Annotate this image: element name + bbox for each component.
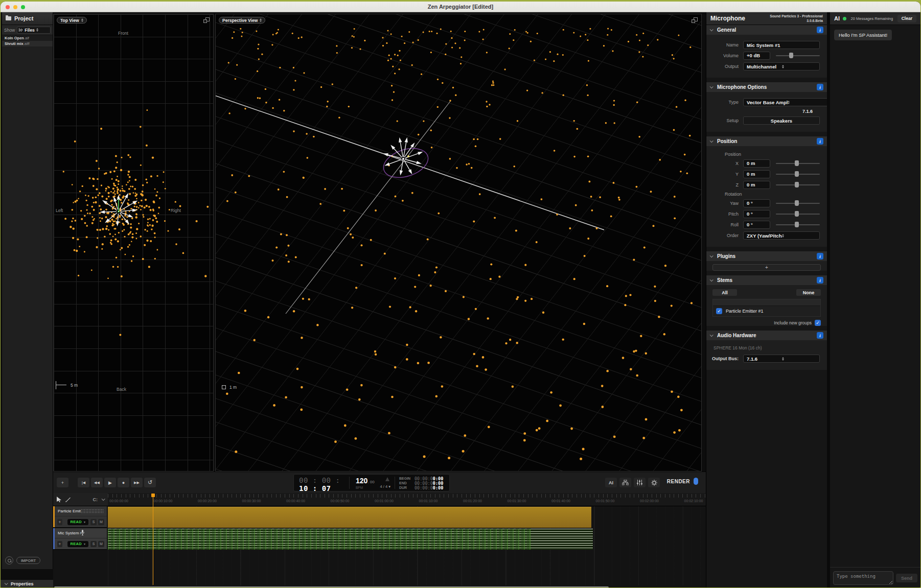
solo-button[interactable]: S [90, 519, 97, 525]
draw-tool-icon[interactable] [65, 495, 71, 504]
checkbox-checked-icon[interactable]: ✓ [716, 308, 722, 314]
gear-icon[interactable] [648, 478, 660, 487]
expand-view-icon[interactable] [692, 17, 698, 23]
section-title: Plugins [717, 253, 812, 259]
volume-slider[interactable] [776, 55, 820, 56]
volume-field[interactable]: +0 dB [743, 52, 770, 60]
section-header[interactable]: Stems i [706, 275, 827, 285]
mixer-icon[interactable] [634, 478, 646, 487]
section-header[interactable]: General i [706, 25, 827, 35]
x-field[interactable]: 0 m [743, 159, 770, 168]
snap-mode-label[interactable]: C: [93, 497, 98, 502]
pointer-tool-icon[interactable] [57, 495, 61, 504]
info-icon[interactable]: i [817, 332, 823, 339]
hierarchy-view-icon[interactable] [619, 478, 631, 487]
info-icon[interactable]: i [817, 253, 823, 260]
info-icon[interactable]: i [817, 138, 823, 145]
render-button[interactable]: RENDER [667, 478, 698, 485]
file-item[interactable]: Koln Open .aif [2, 35, 53, 41]
pitch-slider[interactable] [776, 214, 820, 215]
mic-type-dropdown[interactable]: Vector Base Amplitude Panning (V [743, 98, 831, 106]
ai-toggle-button[interactable]: AI [605, 478, 617, 487]
fast-forward-button[interactable]: ▶▶ [131, 478, 143, 487]
clip-particle-emitter[interactable] [108, 507, 591, 528]
section-header[interactable]: Audio Hardware i [706, 331, 827, 340]
info-icon[interactable]: i [817, 84, 823, 90]
panel-title: Microphone [710, 15, 745, 22]
mute-button[interactable]: M [98, 519, 104, 525]
playhead[interactable] [153, 493, 153, 585]
info-icon[interactable]: i [817, 27, 823, 33]
horizontal-scrollbar[interactable] [54, 586, 609, 587]
add-automation-button[interactable]: + [57, 519, 62, 525]
stems-none-button[interactable]: None [796, 289, 821, 296]
yaw-field[interactable]: 0 ° [743, 199, 770, 207]
track-header-particle-emitter[interactable]: Particle Emitter #1 + READ ▾ S M [53, 506, 107, 528]
section-header[interactable]: Plugins i [706, 251, 827, 261]
z-slider[interactable] [776, 184, 820, 185]
slider-thumb[interactable] [795, 200, 799, 206]
titlebar[interactable]: Zen Arpeggiator [Edited] [1, 2, 920, 12]
perspective-viewport[interactable]: Perspective View 1 m [215, 14, 702, 472]
add-automation-button[interactable]: + [57, 541, 62, 547]
add-track-button[interactable]: + [57, 478, 68, 487]
y-slider[interactable] [776, 174, 820, 175]
timecode-display[interactable]: 00 : 00 : 10 : 07 HR MIN SEC FR 120. 00 … [293, 474, 450, 491]
automation-mode-button[interactable]: READ ▾ [67, 519, 88, 525]
range-display: BEGIN 00:00:00:00 END 00:00:00:00 DUR 00… [395, 475, 449, 491]
search-button[interactable] [5, 556, 13, 565]
section-header[interactable]: Microphone Options i [706, 82, 827, 92]
mic-name-field[interactable] [743, 41, 820, 49]
grid-icon[interactable] [81, 509, 104, 513]
files-dropdown[interactable]: Files [17, 27, 51, 34]
view-selector[interactable]: Top View [57, 17, 87, 23]
slider-thumb[interactable] [795, 171, 799, 177]
play-button[interactable]: ▶ [104, 478, 116, 487]
loop-button[interactable]: ↺ [144, 478, 156, 487]
stem-item[interactable]: ✓ Particle Emitter #1 [713, 306, 820, 316]
slider-thumb[interactable] [795, 222, 799, 227]
metronome-icon[interactable] [385, 477, 389, 481]
ai-message-input[interactable] [833, 571, 893, 585]
skip-to-start-button[interactable]: |◀ [78, 478, 89, 487]
expand-view-icon[interactable] [203, 17, 210, 23]
roll-slider[interactable] [776, 224, 820, 225]
rotation-order-dropdown[interactable]: ZXY (Yaw/Pitch/Roll) [743, 231, 820, 240]
checkbox-checked-icon[interactable]: ✓ [815, 320, 821, 326]
solo-button[interactable]: S [90, 541, 97, 547]
ai-clear-button[interactable]: Clear [897, 15, 916, 22]
speakers-setup-button[interactable]: Speakers [743, 116, 820, 125]
record-button[interactable]: ● [118, 478, 129, 487]
tempo-display[interactable]: 120. 00 BPM 4 / 4 ▾ [350, 475, 395, 491]
properties-bar[interactable]: Properties [1, 579, 53, 587]
output-bus-dropdown[interactable]: 7.1.6 [743, 355, 820, 363]
rewind-button[interactable]: ◀◀ [91, 478, 103, 487]
top-view-viewport[interactable]: Top View Front Left Right Back 5 m [53, 14, 214, 472]
automation-mode-button[interactable]: READ ▾ [67, 541, 88, 547]
y-field[interactable]: 0 m [743, 170, 770, 178]
time-signature[interactable]: 4 / 4 ▾ [380, 484, 390, 489]
z-field[interactable]: 0 m [743, 181, 770, 189]
track-header-mic-system[interactable]: Mic System #1 + READ ▾ S M [53, 528, 107, 550]
slider-thumb[interactable] [795, 211, 799, 217]
import-button[interactable]: IMPORT [16, 557, 40, 564]
slider-thumb[interactable] [795, 160, 799, 166]
x-slider[interactable] [776, 163, 820, 164]
chevron-down-icon[interactable] [102, 497, 105, 501]
ai-send-button[interactable]: Send [896, 574, 917, 582]
view-selector[interactable]: Perspective View [219, 17, 265, 23]
stems-all-button[interactable]: All [712, 289, 737, 296]
mute-button[interactable]: M [98, 541, 104, 547]
section-header[interactable]: Position i [706, 136, 827, 146]
slider-thumb[interactable] [789, 53, 793, 58]
slider-thumb[interactable] [795, 182, 799, 187]
output-dropdown[interactable]: Multichannel [743, 62, 820, 70]
timeline-ruler[interactable]: 00:00:00:0000:00:10:0000:00:20:0000:00:3… [108, 493, 706, 506]
yaw-slider[interactable] [776, 203, 820, 204]
info-icon[interactable]: i [817, 277, 823, 284]
roll-field[interactable]: 0 ° [743, 221, 770, 229]
pitch-field[interactable]: 0 ° [743, 210, 770, 218]
add-plugin-button[interactable]: + [712, 264, 821, 271]
file-item[interactable]: Shruti mix .aiff [2, 41, 53, 46]
clip-mic-system[interactable] [108, 529, 593, 550]
